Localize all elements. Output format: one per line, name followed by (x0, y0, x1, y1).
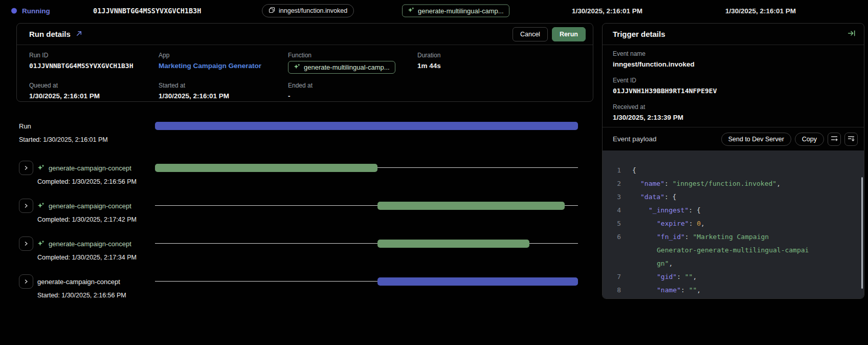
line-number: 8 (603, 284, 621, 297)
code-lines: 1 { 2 "name": "inngest/function.invoked"… (603, 164, 864, 298)
code-line-content: "expire": 0, (632, 217, 705, 230)
event-badge-label: inngest/function.invoked (279, 7, 347, 14)
step-name[interactable]: generate-campaign-concept (49, 164, 131, 172)
send-to-dev-server-button[interactable]: Send to Dev Server (721, 133, 791, 146)
run-id-text: 01JJVNNBTGG4MSSYVXGVCH1B3H (93, 7, 201, 15)
timeline-row: generate-campaign-concept Completed: 1/3… (16, 161, 593, 199)
timeline-row: generate-campaign-concept Completed: 1/3… (16, 199, 593, 236)
field-label: Duration (417, 52, 593, 59)
chevron-right-icon (24, 164, 29, 172)
line-number (603, 244, 621, 257)
field-label: Received at (613, 103, 854, 111)
event-payload-title: Event payload (613, 135, 657, 143)
field-label: Queued at (29, 82, 159, 90)
timeline-track (155, 199, 578, 236)
function-badge-label: generate-multilingual-camp... (304, 63, 390, 71)
collapse-lines-icon (848, 135, 855, 143)
timeline-row-left: generate-campaign-concept Started: 1/30/… (16, 274, 155, 312)
field-label: Run ID (29, 52, 159, 59)
field-received-at: Received at 1/30/2025, 2:13:39 PM (613, 103, 854, 123)
step-timestamp: Started: 1/30/2025, 2:16:01 PM (19, 136, 155, 143)
step-timestamp: Started: 1/30/2025, 2:16:56 PM (37, 292, 155, 299)
span-bar[interactable] (155, 122, 578, 130)
wrap-text-button[interactable] (828, 133, 841, 146)
wrap-text-icon (831, 135, 838, 143)
step-timestamp: Completed: 1/30/2025, 2:16:56 PM (37, 178, 155, 185)
copy-button[interactable]: Copy (795, 133, 824, 146)
function-badge[interactable]: generate-multilingual-camp... (288, 61, 395, 74)
code-line-content: "name": "inngest/function.invoked", (632, 177, 781, 190)
timeline-row-left: generate-campaign-concept Completed: 1/3… (16, 199, 155, 236)
run-status: Running (11, 7, 50, 15)
event-id-value: 01JJVNH1H39BBH9RT14NFPE9EV (613, 86, 854, 96)
field-duration: Duration 1m 44s (417, 52, 593, 74)
event-payload-header: Event payload Send to Dev Server Copy (603, 127, 864, 150)
sparkles-icon (408, 7, 414, 15)
ended-at-value: - (288, 91, 417, 101)
run-summary-bar: Running 01JJVNNBTGG4MSSYVXGVCH1B3H innge… (0, 0, 868, 21)
run-details-card: Run details Cancel Rerun Run ID 01JJVNNB… (16, 23, 593, 102)
code-line-content: { (632, 164, 636, 177)
span-bar[interactable] (377, 240, 529, 248)
app-window: Running 01JJVNNBTGG4MSSYVXGVCH1B3H innge… (0, 0, 868, 345)
timeline-row-left: Run Started: 1/30/2025, 2:16:01 PM (16, 119, 155, 157)
collapse-lines-button[interactable] (844, 133, 858, 146)
queued-timestamp: 1/30/2025, 2:16:01 PM (572, 7, 642, 15)
expand-step-button[interactable] (19, 236, 33, 251)
chevron-right-icon (24, 202, 29, 210)
run-id-value: 01JJVNNBTGG4MSSYVXGVCH1B3H (29, 61, 159, 71)
line-number: 5 (603, 217, 621, 230)
field-event-name: Event name inngest/function.invoked (613, 50, 854, 70)
event-badge[interactable]: inngest/function.invoked (262, 4, 354, 17)
step-name[interactable]: generate-campaign-concept (37, 278, 120, 286)
step-name[interactable]: generate-campaign-concept (49, 240, 131, 248)
received-at-value: 1/30/2025, 2:13:39 PM (613, 113, 854, 123)
expand-step-button[interactable] (19, 161, 33, 175)
arrow-into-line-icon (848, 29, 856, 39)
event-name-value: inngest/function.invoked (613, 59, 854, 70)
span-bar[interactable] (377, 277, 578, 286)
timeline-track (155, 274, 578, 312)
sparkles-icon (37, 240, 44, 247)
step-name[interactable]: Run (19, 122, 31, 130)
line-number: 9 (603, 297, 621, 298)
field-label: Event ID (613, 77, 854, 84)
code-line-content: "_inngest": { (632, 204, 701, 217)
cancel-button[interactable]: Cancel (513, 27, 548, 41)
app-link[interactable]: Marketing Campaign Generator (159, 61, 288, 71)
code-scrollbar[interactable] (861, 177, 863, 289)
line-number: 6 (603, 230, 621, 244)
code-line: 6 "fn_id": "Marketing Campaign (603, 230, 864, 244)
timeline-track (155, 236, 578, 274)
code-line-content: Generator-generate-multilingual-campai (632, 244, 809, 257)
span-bar[interactable] (155, 164, 377, 172)
function-badge[interactable]: generate-multilingual-camp... (402, 5, 509, 17)
timeline-row-left: generate-campaign-concept Completed: 1/3… (16, 236, 155, 274)
field-queued-at: Queued at 1/30/2025, 2:16:01 PM (29, 82, 159, 101)
expand-step-button[interactable] (19, 274, 33, 289)
timeline-row: generate-campaign-concept Completed: 1/3… (16, 236, 593, 274)
code-line: 2 "name": "inngest/function.invoked", (603, 177, 864, 190)
collapse-panel-button[interactable] (848, 29, 856, 39)
code-line: 9 "run_id": "" (603, 297, 864, 298)
trigger-fields: Event name inngest/function.invoked Even… (603, 45, 864, 127)
field-app: App Marketing Campaign Generator (159, 52, 288, 74)
field-label: Function (288, 52, 417, 59)
field-label: Ended at (288, 82, 417, 90)
line-number (603, 257, 621, 270)
run-details-title: Run details (29, 30, 71, 38)
trigger-details-title: Trigger details (613, 30, 665, 38)
field-label: App (159, 52, 288, 59)
open-run-button[interactable] (76, 30, 82, 38)
timeline-track (155, 161, 578, 199)
span-bar[interactable] (377, 202, 565, 210)
rerun-button[interactable]: Rerun (552, 27, 586, 41)
timeline-rows: Run Started: 1/30/2025, 2:16:01 PM gener… (16, 119, 593, 312)
sparkles-icon (37, 164, 44, 171)
step-name[interactable]: generate-campaign-concept (49, 202, 131, 210)
field-event-id: Event ID 01JJVNH1H39BBH9RT14NFPE9EV (613, 77, 854, 96)
status-dot-icon (11, 8, 17, 14)
expand-step-button[interactable] (19, 199, 33, 213)
code-line-content: "data": { (632, 190, 676, 204)
sparkles-icon (37, 202, 44, 209)
